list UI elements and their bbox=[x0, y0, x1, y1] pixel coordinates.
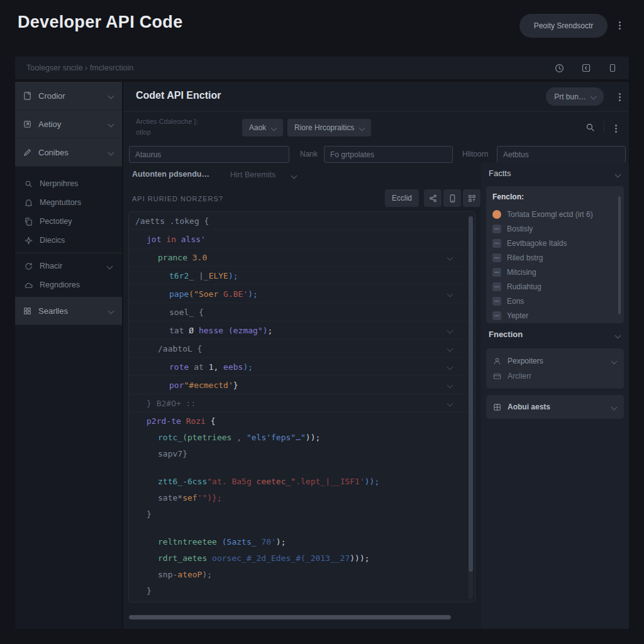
chevron-down-icon[interactable] bbox=[108, 308, 114, 314]
code-line[interactable]: } bbox=[129, 599, 475, 602]
function-list-item[interactable]: Eons bbox=[492, 294, 618, 308]
sidebar-item-conibes[interactable]: Conibes bbox=[15, 138, 122, 167]
function-list-item[interactable]: Bostisly bbox=[492, 221, 618, 236]
chevron-down-icon[interactable] bbox=[108, 121, 114, 127]
code-line[interactable]: por"#ecmectd'} bbox=[129, 376, 475, 394]
code-line[interactable]: reltntreetee (Sazts_ 70'); bbox=[129, 533, 475, 550]
chevron-down-icon[interactable] bbox=[611, 404, 618, 410]
chevron-down-icon[interactable] bbox=[291, 173, 297, 179]
code-line[interactable]: /aetts .tokeg { bbox=[129, 212, 475, 230]
header-action-button[interactable]: Peoity Srendsoctr bbox=[519, 14, 608, 38]
back-icon[interactable] bbox=[581, 63, 591, 73]
code-line[interactable]: jot in alss' bbox=[129, 230, 475, 248]
subbar-value[interactable]: Hirt Beremits bbox=[230, 170, 275, 179]
fnection-item-arclierr[interactable]: Arclierr bbox=[492, 369, 618, 384]
sidebar-item-regndiores[interactable]: Regndiores bbox=[15, 275, 122, 294]
function-item-label: Torlata Exomgl ectd (irt 6) bbox=[507, 210, 593, 219]
ecclid-button[interactable]: Ecclid bbox=[385, 189, 419, 207]
code-line[interactable]: /aabtoL { bbox=[129, 340, 475, 358]
history-icon[interactable] bbox=[554, 63, 565, 74]
kebab-dots bbox=[619, 96, 621, 98]
function-list-item[interactable]: Rudiahtug bbox=[492, 279, 618, 294]
scrollbar-thumb[interactable] bbox=[469, 216, 473, 572]
chevron-down-icon[interactable] bbox=[108, 149, 114, 155]
tile-icon bbox=[492, 253, 501, 262]
code-line[interactable]: pape("Soer G.BE'); bbox=[129, 285, 475, 303]
sidebar-item-aetioy[interactable]: Aetioy bbox=[15, 110, 122, 138]
header-menu-icon[interactable] bbox=[619, 25, 621, 26]
code-line[interactable]: t6r2_ |_ELYE); bbox=[129, 267, 475, 285]
device-icon[interactable] bbox=[608, 63, 618, 73]
about-card[interactable]: Aobui aests bbox=[486, 395, 624, 419]
code-line[interactable]: soel_ { bbox=[129, 303, 475, 321]
sidebar-item-diecics[interactable]: Diecics bbox=[15, 231, 122, 250]
code-line[interactable]: sate*sef'")}; bbox=[129, 489, 475, 506]
chevron-down-icon[interactable] bbox=[447, 328, 453, 334]
chevron-down-icon[interactable] bbox=[447, 382, 453, 389]
code-line[interactable]: p2rd-te Rozi { bbox=[129, 413, 475, 429]
code-line[interactable]: } bbox=[129, 506, 475, 522]
code-subbar: Autonten pdsendu… Hirt Beremits bbox=[123, 166, 482, 185]
code-line[interactable]: sapv7} bbox=[129, 445, 475, 462]
sidebar-item-searlles[interactable]: Searlles bbox=[15, 297, 122, 325]
function-list-item[interactable]: Mitcising bbox=[492, 265, 618, 279]
qr-grid-icon bbox=[467, 194, 477, 203]
code-line[interactable]: } bbox=[129, 582, 475, 599]
code-line[interactable]: rdrt_aetes oorsec_#_2d_Edes_#(_2013__27)… bbox=[129, 550, 475, 566]
function-list-item[interactable]: Eevtbagoke Italds bbox=[492, 236, 618, 250]
share-nodes-button[interactable] bbox=[424, 189, 441, 207]
run-button[interactable]: Prt bun… bbox=[546, 87, 604, 106]
chevron-down-icon[interactable] bbox=[107, 263, 113, 269]
run-button-label: Prt bun… bbox=[554, 92, 586, 101]
sidebar-item-rhacir[interactable]: Rhacir bbox=[15, 257, 122, 275]
tile-icon bbox=[492, 282, 501, 291]
code-line[interactable]: rote at 1, eebs); bbox=[129, 358, 475, 376]
code-line-blank[interactable] bbox=[129, 462, 475, 473]
sidebar-item-nerpnihres[interactable]: Nerpnihres bbox=[15, 174, 122, 193]
chevron-down-icon[interactable] bbox=[447, 364, 453, 370]
chevron-down-icon[interactable] bbox=[447, 291, 453, 297]
toolbar-menu-icon[interactable] bbox=[615, 128, 617, 130]
sidebar-item-label: Diecics bbox=[40, 236, 65, 245]
chevron-down-icon[interactable] bbox=[447, 401, 453, 407]
code-line[interactable]: rotc_(ptetriees , "els'feps"…")); bbox=[129, 429, 475, 445]
attribute-input[interactable] bbox=[497, 146, 626, 163]
chevron-down-icon[interactable] bbox=[447, 346, 453, 352]
code-line[interactable]: tat Ø hesse (ezmag°); bbox=[129, 321, 475, 340]
chevron-down-icon[interactable] bbox=[108, 92, 114, 99]
breadcrumb[interactable]: Toolegser sncile › fmclesrctioin bbox=[26, 64, 133, 72]
function-list-item[interactable]: Riled bstrg bbox=[492, 250, 618, 265]
fnection-header[interactable]: Fnection bbox=[489, 330, 523, 339]
sidebar-item-pectotley[interactable]: Pectotley bbox=[15, 212, 122, 231]
properties-dropdown[interactable]: Riore Hrcopraitics bbox=[287, 119, 371, 136]
group-input[interactable] bbox=[324, 146, 453, 163]
code-line[interactable]: } B2#O+ :: bbox=[129, 394, 475, 413]
function-list-item[interactable]: Torlata Exomgl ectd (irt 6) bbox=[492, 207, 618, 221]
code-vertical-scrollbar[interactable] bbox=[469, 215, 473, 599]
chevron-down-icon[interactable] bbox=[447, 255, 453, 261]
code-line[interactable]: ztt6_-6css"at. Ba5g ceetec_".lept_|__ISF… bbox=[129, 473, 475, 489]
name-input[interactable] bbox=[129, 146, 289, 163]
function-scrollbar[interactable] bbox=[618, 196, 621, 314]
qr-grid-button[interactable] bbox=[463, 189, 480, 207]
code-editor[interactable]: /aetts .tokeg {jot in alss'prance 3.0t6r… bbox=[128, 211, 475, 602]
fnection-item-pexpoiters[interactable]: Pexpoiters bbox=[492, 353, 618, 369]
code-horizontal-scrollbar[interactable] bbox=[129, 615, 451, 619]
search-icon[interactable] bbox=[585, 122, 596, 133]
sidebar-item-crodior[interactable]: Crodior bbox=[15, 82, 122, 110]
mobile-preview-button[interactable] bbox=[443, 189, 461, 207]
code-line[interactable]: snp-ateoP); bbox=[129, 566, 475, 582]
facts-header[interactable]: Factts bbox=[489, 169, 511, 178]
mode-dropdown[interactable]: Aaok bbox=[242, 119, 283, 136]
editor-menu-icon[interactable] bbox=[619, 96, 621, 98]
chevron-down-icon[interactable] bbox=[611, 358, 618, 364]
code-line[interactable]: prance 3.0 bbox=[129, 248, 475, 267]
function-list-item[interactable]: Yepter bbox=[492, 308, 618, 323]
code-line-blank[interactable] bbox=[129, 522, 475, 533]
code-line-text: } bbox=[129, 586, 152, 596]
chevron-down-icon[interactable] bbox=[615, 333, 621, 339]
code-line-text: rdrt_aetes oorsec_#_2d_Edes_#(_2013__27)… bbox=[129, 553, 370, 563]
sidebar-item-megntuttors[interactable]: Megntuttors bbox=[15, 193, 122, 212]
app-window: Developer API Code Peoity Srendsoctr Too… bbox=[0, 0, 644, 644]
chevron-down-icon[interactable] bbox=[615, 172, 621, 178]
